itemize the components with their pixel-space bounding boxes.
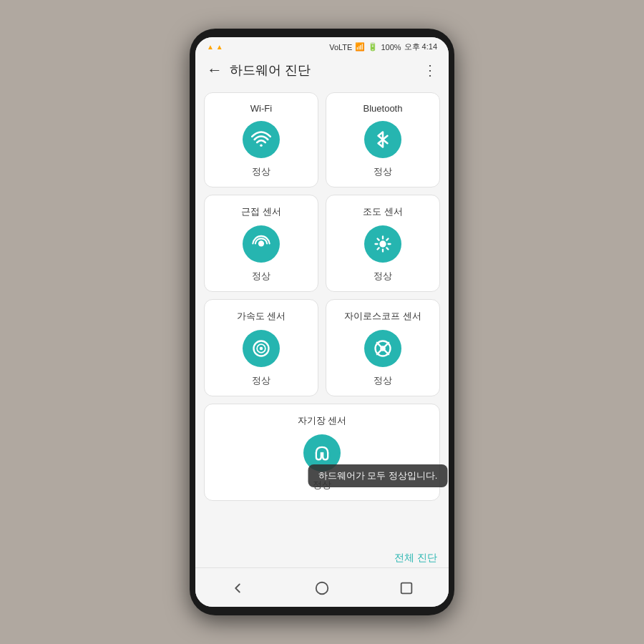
status-bar: ▲ ▲ VoLTE 📶 🔋 100% 오후 4:14 — [195, 37, 449, 55]
gyroscope-title: 자이로스코프 센서 — [344, 310, 421, 323]
bluetooth-icon-wrap — [364, 121, 401, 158]
nav-back-button[interactable] — [225, 575, 250, 601]
gyroscope-card[interactable]: 자이로스코프 센서 정상 — [326, 299, 440, 396]
signal-icon: 📶 — [355, 42, 365, 52]
battery-icon: 🔋 — [368, 42, 378, 52]
bluetooth-card[interactable]: Bluetooth 정상 — [326, 92, 440, 187]
nav-back-icon — [230, 580, 245, 596]
battery-percent: 100% — [381, 43, 401, 52]
svg-point-0 — [260, 144, 263, 147]
proximity-icon — [251, 234, 271, 254]
proximity-title: 근접 센서 — [241, 205, 281, 218]
sensor-row-3: 가속도 센서 정상 자이로스코프 센서 — [204, 299, 440, 396]
svg-line-8 — [386, 239, 388, 240]
all-diagnose-button[interactable]: 전체 진단 — [394, 552, 437, 565]
bottom-action: 전체 진단 — [195, 545, 449, 567]
accelerometer-icon — [251, 338, 271, 358]
gyroscope-icon-wrap — [364, 330, 401, 367]
nav-bar — [195, 567, 449, 607]
bluetooth-icon — [373, 130, 393, 150]
light-icon — [373, 234, 393, 254]
accelerometer-title: 가속도 센서 — [237, 310, 286, 323]
status-left: ▲ ▲ — [207, 43, 223, 51]
gyroscope-status: 정상 — [374, 374, 392, 387]
phone-screen: ▲ ▲ VoLTE 📶 🔋 100% 오후 4:14 ← 하드웨어 진단 ⋮ — [195, 37, 449, 607]
proximity-status: 정상 — [252, 270, 270, 283]
page-title: 하드웨어 진단 — [230, 62, 311, 79]
sensor-row-4: 자기장 센서 정상 하드웨어가 모두 정상입니다. — [204, 404, 440, 501]
gyroscope-icon — [373, 338, 393, 358]
bluetooth-title: Bluetooth — [364, 103, 403, 114]
light-title: 조도 센서 — [363, 205, 403, 218]
svg-line-6 — [378, 239, 379, 240]
hardware-tooltip: 하드웨어가 모두 정상입니다. — [308, 464, 448, 487]
bluetooth-status: 정상 — [374, 165, 392, 178]
magnetic-icon — [312, 443, 332, 463]
light-card[interactable]: 조도 센서 정 — [326, 195, 440, 292]
back-button[interactable]: ← — [207, 61, 223, 79]
wifi-status: 정상 — [252, 165, 270, 178]
top-bar: ← 하드웨어 진단 ⋮ — [195, 55, 449, 85]
content-area: Wi-Fi 정상 Bluetooth — [195, 85, 449, 545]
svg-rect-18 — [401, 583, 412, 594]
wifi-title: Wi-Fi — [250, 103, 272, 114]
nav-recents-button[interactable] — [394, 575, 419, 601]
sensor-row-2: 근접 센서 정상 조도 센서 — [204, 195, 440, 292]
svg-point-12 — [260, 347, 263, 351]
magnetic-title: 자기장 센서 — [298, 414, 347, 427]
warning-icon: ▲ ▲ — [207, 43, 223, 51]
wifi-card[interactable]: Wi-Fi 정상 — [204, 92, 318, 187]
nav-home-button[interactable] — [309, 575, 335, 601]
sensor-row-1: Wi-Fi 정상 Bluetooth — [204, 92, 440, 187]
top-bar-left: ← 하드웨어 진단 — [207, 61, 311, 79]
wifi-icon — [251, 130, 271, 150]
svg-point-17 — [316, 582, 328, 595]
svg-line-9 — [378, 248, 379, 249]
svg-point-1 — [379, 240, 386, 247]
proximity-card[interactable]: 근접 센서 정상 — [204, 195, 318, 292]
more-options-button[interactable]: ⋮ — [423, 62, 437, 79]
svg-line-7 — [386, 248, 388, 249]
accelerometer-icon-wrap — [243, 330, 280, 367]
nav-recents-icon — [399, 580, 414, 596]
status-right: VoLTE 📶 🔋 100% 오후 4:14 — [329, 42, 437, 52]
light-status: 정상 — [374, 270, 392, 283]
nav-home-icon — [314, 580, 330, 596]
wifi-icon-wrap — [243, 121, 280, 158]
volte-label: VoLTE — [329, 43, 352, 52]
light-icon-wrap — [364, 225, 401, 263]
accelerometer-status: 정상 — [252, 374, 270, 387]
time-display: 오후 4:14 — [404, 42, 437, 52]
phone-frame: ▲ ▲ VoLTE 📶 🔋 100% 오후 4:14 ← 하드웨어 진단 ⋮ — [190, 29, 454, 615]
magnetic-card[interactable]: 자기장 센서 정상 하드웨어가 모두 정상입니다. — [204, 404, 440, 501]
proximity-icon-wrap — [243, 225, 280, 263]
accelerometer-card[interactable]: 가속도 센서 정상 — [204, 299, 318, 396]
